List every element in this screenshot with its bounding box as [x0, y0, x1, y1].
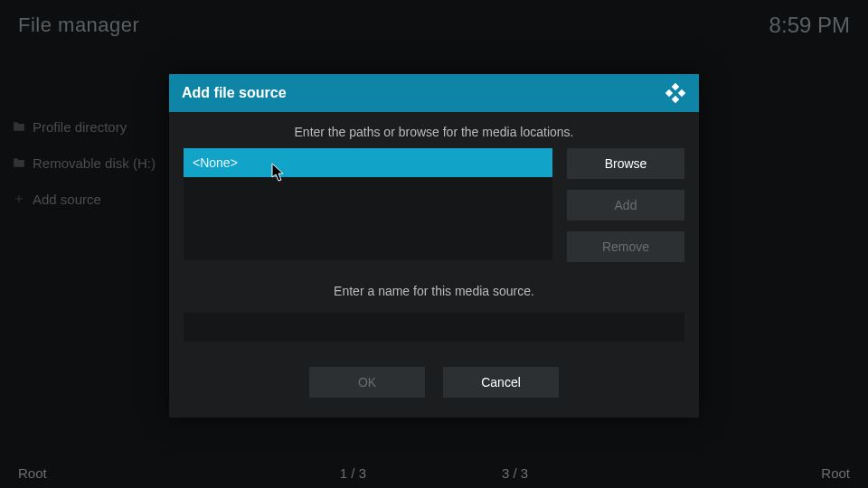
svg-rect-1	[665, 89, 673, 97]
kodi-icon	[665, 82, 686, 104]
path-list[interactable]: <None>	[184, 148, 552, 260]
add-source-dialog: Add file source Enter the paths or brows…	[169, 74, 699, 418]
add-button[interactable]: Add	[567, 190, 684, 221]
path-item-selected[interactable]: <None>	[184, 148, 552, 177]
browse-button[interactable]: Browse	[567, 148, 684, 179]
dialog-title: Add file source	[182, 85, 287, 101]
svg-rect-2	[678, 89, 685, 97]
source-name-input[interactable]	[184, 313, 684, 342]
svg-rect-0	[672, 83, 679, 90]
name-instruction: Enter a name for this media source.	[169, 271, 699, 307]
cancel-button[interactable]: Cancel	[443, 367, 559, 398]
remove-button[interactable]: Remove	[567, 231, 684, 262]
ok-button[interactable]: OK	[309, 367, 425, 398]
svg-rect-3	[672, 96, 679, 103]
dialog-instruction: Enter the paths or browse for the media …	[169, 112, 699, 148]
